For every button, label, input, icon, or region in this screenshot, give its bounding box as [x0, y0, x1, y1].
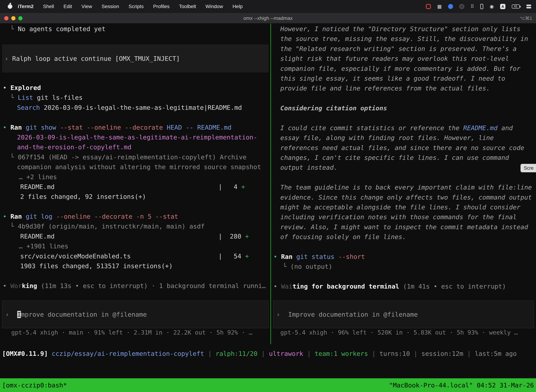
screen: iTerm2ShellEditViewSessionScriptsProfile… [0, 0, 536, 392]
terminal-line: of focusing solely on file lines. [271, 232, 536, 242]
apple-icon [8, 5, 12, 9]
terminal-area[interactable]: └ No agents completed yet › Ralph loop a… [0, 23, 536, 392]
menu-item-window[interactable]: Window [201, 4, 228, 9]
terminal-line: └ 4b9d30f (origin/main, instructkr/main,… [0, 221, 270, 231]
terminal-line: › Ralph loop active continue [OMX_TMUX_I… [2, 55, 269, 62]
terminal-line [271, 272, 536, 281]
terminal-line: • Ran git show --stat --oneline --decora… [0, 123, 270, 132]
omx-status-bar: [OMX#0.11.9] cczip/essay/ai-reimplementa… [2, 349, 517, 359]
menu-item-session[interactable]: Session [97, 4, 124, 9]
terminal-line: … +1901 lines [0, 241, 270, 251]
apple-menu[interactable] [7, 5, 13, 9]
menu-bar: iTerm2ShellEditViewSessionScriptsProfile… [0, 0, 536, 13]
window-title: omx --xhigh --madmax [0, 13, 536, 23]
grid-icon[interactable]: ▦ [437, 4, 442, 9]
terminal-line: provide file and line references from th… [271, 84, 536, 93]
terminal-line: └ List git ls-files [0, 93, 270, 103]
terminal-line [0, 112, 270, 122]
terminal-line: companion file, especially if more comme… [271, 64, 536, 74]
terminal-line: including verification notes with those … [271, 212, 536, 222]
right-input-text: Improve documentation in @filename [288, 311, 418, 318]
terminal-line: src/voice/voiceModeEnabled.ts | 54 + [0, 251, 270, 261]
terminal-line: companion analysis without altering the … [0, 162, 270, 172]
terminal-line: • Ran git log --oneline --decorate -n 5 … [0, 212, 270, 221]
terminal-line: references need actual files, and since … [271, 143, 536, 153]
tmux-host-clock: "MacBook-Pro-44.local" 04:52 31-Mar-26 [389, 382, 534, 389]
terminal-line: • Ran git status --short [271, 252, 536, 262]
text-cursor: I [17, 311, 21, 318]
terminal-line: might be acceptable alongside the file l… [271, 202, 536, 212]
apps-grid-icon[interactable]: ⠿ [471, 4, 474, 9]
menu-item-help[interactable]: Help [228, 4, 247, 9]
terminal-line: README.md | 280 + [0, 232, 270, 241]
terminal-line: └ 067f154 (HEAD -> essay/ai-reimplementa… [0, 152, 270, 162]
left-status-line: gpt-5.4 xhigh · main · 91% left · 2.31M … [11, 329, 252, 336]
terminal-line: Considering citation options [271, 103, 536, 113]
terminal-line: Search 2026-03-09-is-legal-the-same-as-l… [0, 103, 270, 112]
terminal-line: [OMX#0.11.9] cczip/essay/ai-reimplementa… [2, 349, 517, 359]
terminal-line: output instead. [271, 163, 536, 173]
terminal-line: └ No agents completed yet [0, 24, 270, 34]
terminal-line: • Waiting for background terminal (1m 41… [271, 281, 536, 291]
battery-percent: 61 [514, 5, 517, 8]
camera-icon[interactable]: ◉ [490, 4, 494, 9]
terminal-line: └ (no output) [271, 262, 536, 271]
screen-tooltip-button[interactable]: Scre [521, 164, 536, 172]
terminal-line: slight risk that future readers may over… [271, 54, 536, 64]
ralph-loop-banner: › Ralph loop active continue [OMX_TMUX_I… [2, 44, 269, 73]
menu-item-edit[interactable]: Edit [59, 4, 77, 9]
terminal-line: essay file, along with finding root file… [271, 133, 536, 143]
left-pane-top-output: └ No agents completed yet [0, 24, 270, 34]
terminal-line [271, 242, 536, 252]
menu-item-scripts[interactable]: Scripts [124, 4, 148, 9]
shield-icon[interactable] [448, 4, 453, 9]
prompt-chevron: › [276, 311, 280, 318]
terminal-line [271, 173, 536, 182]
input-source-icon[interactable]: A [500, 4, 505, 9]
terminal-line: README.md | 4 + [0, 182, 270, 192]
window-title-bar: omx --xhigh --madmax ⌥⌘1 [0, 13, 536, 23]
left-input-text: mprove documentation in @filename [21, 311, 147, 318]
terminal-line: 2026-03-09-is-legal-the-same-as-legitima… [0, 132, 270, 142]
device-icon[interactable] [480, 4, 483, 9]
terminal-line: changes, I can't cite specific file line… [271, 153, 536, 163]
terminal-line: 2 files changed, 92 insertions(+) [0, 192, 270, 202]
menu-item-iterm2[interactable]: iTerm2 [13, 4, 38, 9]
terminal-line [0, 271, 270, 281]
terminal-line: the "Related research writing" section i… [271, 44, 536, 54]
terminal-line: • Working (11m 13s • esc to interrupt) ·… [0, 281, 270, 291]
browser-icon[interactable] [459, 4, 464, 9]
right-status-line: gpt-5.4 xhigh · 96% left · 520K in · 5.8… [280, 329, 518, 336]
terminal-line [0, 202, 270, 212]
left-command-input[interactable]: ›Improve documentation in @filename [2, 300, 269, 328]
terminal-line: 1903 files changed, 513517 insertions(+) [0, 261, 270, 271]
terminal-line: However, I noticed the "Directory Struct… [271, 24, 536, 34]
tmux-status-bar: [omx-cczip0:bash* "MacBook-Pro-44.local"… [0, 378, 536, 392]
menu-item-shell[interactable]: Shell [38, 4, 59, 9]
terminal-line: I could cite commit statistics or refere… [271, 123, 536, 133]
control-center-icon[interactable] [526, 5, 531, 9]
battery-icon[interactable]: 61 [512, 5, 520, 9]
tmux-session-label: [omx-cczip0:bash* [2, 382, 67, 389]
left-pane-output: • Explored└ List git ls-filesSearch 2026… [0, 83, 270, 291]
terminal-line: The team guideline is to back every impo… [271, 182, 536, 192]
menu-item-toolbelt[interactable]: Toolbelt [174, 4, 201, 9]
menu-items: iTerm2ShellEditViewSessionScriptsProfile… [13, 4, 247, 9]
menu-status-icons: ▦ ⠿ ◉ A 61 [426, 4, 531, 9]
terminal-line: evidence. Since this change only affects… [271, 192, 536, 202]
menu-item-view[interactable]: View [77, 4, 97, 9]
terminal-line: • Explored [0, 83, 270, 93]
screen-recording-icon[interactable] [426, 4, 431, 9]
right-command-input[interactable]: ›Improve documentation in @filename [273, 300, 534, 328]
prompt-chevron: › [5, 311, 9, 318]
terminal-line: this single essay, it seems like a good … [271, 74, 536, 84]
terminal-line: and-the-erosion-of-copyleft.md [0, 142, 270, 152]
right-pane-output: However, I noticed the "Directory Struct… [271, 24, 536, 292]
terminal-line: review. Also, I might want to inspect th… [271, 222, 536, 232]
terminal-line: the source tree, missing the essay. Stil… [271, 34, 536, 44]
menu-item-profiles[interactable]: Profiles [148, 4, 174, 9]
terminal-line [271, 113, 536, 123]
terminal-line [271, 93, 536, 103]
terminal-line: … +2 lines [0, 172, 270, 182]
ralph-loop-line: › Ralph loop active continue [OMX_TMUX_I… [2, 55, 269, 62]
